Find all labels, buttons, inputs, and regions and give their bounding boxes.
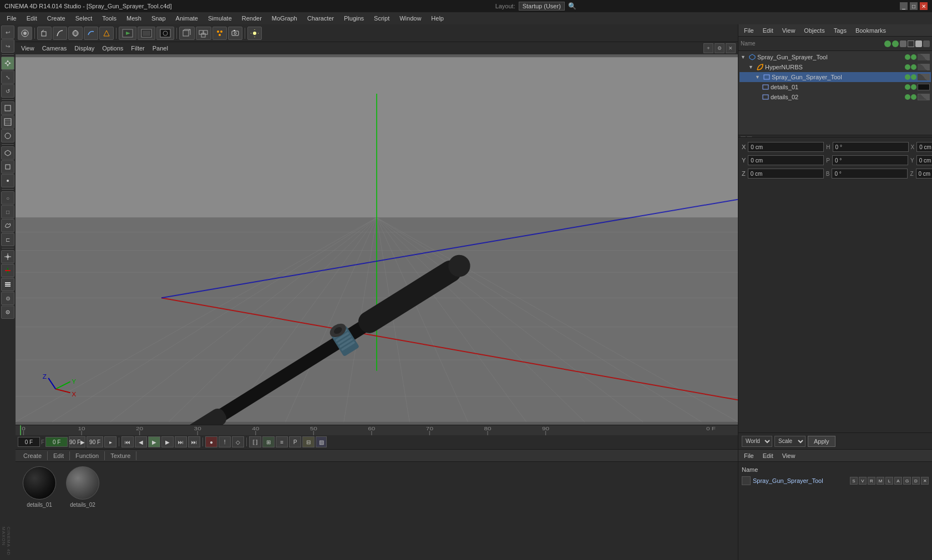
obj-dot-d01-vis[interactable] [905,84,910,90]
tb-mograph-clone[interactable] [212,27,227,40]
tb-render-queue[interactable] [119,27,136,40]
tool-rect-sel[interactable]: □ [1,205,14,218]
menu-mesh[interactable]: Mesh [122,14,146,23]
menu-render[interactable]: Render [237,14,266,23]
attr-menu-view[interactable]: View [779,451,799,460]
coord-sx-input[interactable] [916,142,932,152]
anim-layer[interactable]: ≡ [276,436,288,447]
tool-loop-sel[interactable]: ⊏ [1,233,14,246]
tab-function[interactable]: Function [70,451,105,460]
tool-model[interactable] [1,101,14,115]
vp-close[interactable]: ✕ [726,43,736,53]
dope-sheet[interactable]: ⊟ [302,436,315,447]
tab-create[interactable]: Create [18,451,48,460]
menu-plugins[interactable]: Plugins [340,14,368,23]
menu-tools[interactable]: Tools [98,14,121,23]
tb-camera[interactable] [228,27,242,40]
goto-end[interactable]: ⏭ [188,436,200,447]
maximize-button[interactable]: □ [910,2,918,10]
tool-point-sel[interactable] [1,174,14,187]
frame-advance[interactable]: 90 F▶ [69,436,85,447]
tool-texture[interactable] [1,115,14,129]
obj-menu-file[interactable]: File [741,26,757,35]
vp-menu-cameras[interactable]: Cameras [39,44,70,53]
menu-animate[interactable]: Animate [171,14,202,23]
tool-layer[interactable] [1,278,14,291]
vp-menu-panel[interactable]: Panel [149,44,171,53]
menu-select[interactable]: Select [71,14,97,23]
search-icon[interactable]: 🔍 [568,2,576,10]
obj-row-spray-tool[interactable]: ▼ Spray_Gun_Sprayer_Tool [739,72,931,82]
menu-edit[interactable]: Edit [22,14,42,23]
tb-render[interactable] [18,27,32,40]
coord-p-rot-input[interactable] [832,155,908,165]
obj-row-hypernurbs[interactable]: ▼ HyperNURBS [739,62,931,72]
frame-value-input[interactable] [45,437,68,447]
menu-script[interactable]: Script [369,14,394,23]
motion-clip2[interactable]: ⊞ [262,436,275,447]
obj-menu-bookmarks[interactable]: Bookmarks [852,26,889,35]
record-btn[interactable]: ● [205,436,217,447]
tb-picture-viewer[interactable] [156,27,174,40]
obj-row-details02[interactable]: details_02 [739,92,931,102]
attr-icon-6[interactable]: A [894,477,902,485]
minimize-button[interactable]: _ [900,2,908,10]
coord-x-pos-input[interactable] [748,142,824,152]
menu-create[interactable]: Create [43,14,70,23]
coord-sy-input[interactable] [916,155,932,165]
attr-icon-4[interactable]: M [877,477,884,485]
material-swatch-1[interactable]: details_01 [20,466,59,508]
tab-texture[interactable]: Texture [105,451,136,460]
tool-render-settings[interactable] [1,306,14,319]
obj-dot-render[interactable] [911,54,916,60]
next-frame[interactable]: ▶ [161,436,174,447]
vp-menu-filter[interactable]: Filter [128,44,148,53]
tool-redo[interactable]: ↪ [1,39,14,53]
key-btn[interactable]: ◇ [232,436,244,447]
menu-mograph[interactable]: MoGraph [267,14,302,23]
play-button[interactable]: ▶ [148,436,160,447]
coord-sz-input[interactable] [916,169,932,179]
tb-cube[interactable] [37,27,52,40]
obj-menu-edit[interactable]: Edit [759,26,777,35]
tb-spline[interactable] [68,27,83,40]
tb-array[interactable] [196,27,211,40]
obj-dot-d02-vis[interactable] [905,94,910,100]
attr-menu-edit[interactable]: Edit [759,451,777,460]
tool-undo[interactable]: ↩ [1,26,14,39]
transform-type-select[interactable]: Scale Rotate Move [774,436,806,447]
timeline-extra[interactable]: ▨ [316,436,327,447]
tool-poly-sel[interactable] [1,146,14,160]
coord-h-rot-input[interactable] [833,142,909,152]
tool-axis[interactable] [1,264,14,277]
attr-menu-file[interactable]: File [741,451,757,460]
attr-icon-3[interactable]: R [868,477,875,485]
tb-deformer[interactable] [84,27,98,40]
vp-maximize[interactable]: + [703,43,713,53]
apply-button[interactable]: Apply [808,436,835,447]
motion-clip[interactable]: ⟦⟧ [249,436,261,447]
attr-icon-close[interactable]: ✕ [921,477,929,485]
menu-simulate[interactable]: Simulate [204,14,236,23]
obj-menu-view[interactable]: View [779,26,799,35]
vp-menu-view[interactable]: View [18,44,38,53]
current-frame-input[interactable] [18,437,40,447]
obj-row-details01[interactable]: details_01 [739,82,931,92]
frame-set[interactable]: ▸ [104,436,116,447]
coord-z-pos-input[interactable] [748,169,824,179]
goto-first[interactable]: ⏮ [121,436,134,447]
obj-dot-hyp-render[interactable] [911,64,916,70]
coord-b-rot-input[interactable] [832,169,908,179]
tb-effector[interactable] [99,27,114,40]
attr-icon-7[interactable]: G [903,477,911,485]
tool-settings[interactable]: ⚙ [1,292,14,305]
tb-render-picture[interactable] [138,27,155,40]
timeline-mode[interactable]: P [289,436,301,447]
menu-character[interactable]: Character [303,14,338,23]
3d-viewport[interactable]: Perspective [16,54,738,425]
obj-dot-d02-render[interactable] [911,94,916,100]
close-button[interactable]: ✕ [920,2,928,10]
tool-scale[interactable]: ⤡ [1,70,14,84]
goto-last[interactable]: ⏭ [175,436,187,447]
obj-dot-spray-vis[interactable] [905,74,910,80]
